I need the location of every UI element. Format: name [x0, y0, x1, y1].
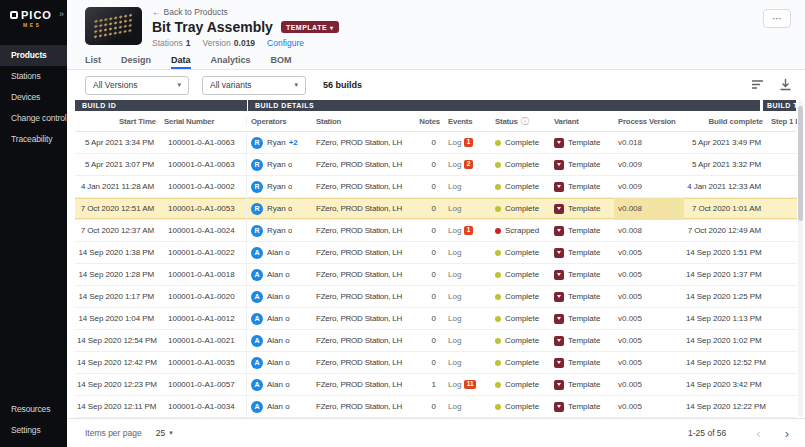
log-link[interactable]: Log [448, 264, 461, 286]
log-link[interactable]: Log [448, 286, 461, 308]
table-row[interactable]: 14 Sep 2020 12:11 PM 100001-0-A1-0034 A … [75, 396, 797, 418]
col-header-start-time[interactable]: Start Time [75, 117, 160, 126]
table-row[interactable]: 14 Sep 2020 1:28 PM 100001-0-A1-0018 A A… [75, 264, 797, 286]
tab-analytics[interactable]: Analytics [211, 52, 251, 69]
configure-link[interactable]: Configure [267, 38, 304, 48]
more-options-button[interactable]: ⋯ [763, 9, 791, 28]
station-cell: FZero, PROD Station, LH [312, 308, 412, 330]
col-header-events[interactable]: Events [444, 117, 491, 126]
log-link[interactable]: Log [448, 308, 461, 330]
col-header-station[interactable]: Station [312, 117, 412, 126]
step1-duration-cell [767, 154, 797, 176]
status-dot [495, 184, 501, 190]
col-header-variant[interactable]: Variant [550, 117, 614, 126]
table-row[interactable]: 7 Oct 2020 12:37 AM 100001-0-A1-0024 R R… [75, 220, 797, 242]
table-section-band: BUILD ID BUILD DETAILS BUILD TIME [75, 100, 797, 111]
items-per-page-select[interactable]: 25 ▾ [156, 428, 173, 438]
process-version-cell: v0.009 [614, 176, 684, 198]
template-badge[interactable]: TEMPLATE ▾ [281, 21, 339, 33]
col-header-status[interactable]: Status ⓘ [491, 116, 550, 127]
operator-extra-count[interactable]: +2 [289, 132, 298, 154]
table-row[interactable]: 5 Apr 2021 3:34 PM 100001-0-A1-0063 R Ry… [75, 132, 797, 154]
status-label: Complete [505, 352, 539, 374]
sidebar-item-settings[interactable]: Settings [0, 420, 67, 441]
build-complete-cell: 14 Sep 2020 12:52 PM [684, 352, 767, 374]
sidebar-item-products[interactable]: Products [0, 45, 67, 66]
log-link[interactable]: Log [448, 220, 461, 242]
step1-duration-cell [767, 242, 797, 264]
operator-avatar: R [251, 137, 263, 149]
serial-number-cell: 100001-0-A1-0053 [160, 198, 247, 220]
log-link[interactable]: Log [448, 396, 461, 418]
table-row[interactable]: 14 Sep 2020 12:23 PM 100001-0-A1-0057 A … [75, 374, 797, 396]
log-link[interactable]: Log [448, 374, 461, 396]
logo: PICO MES » [0, 0, 67, 42]
events-cell: Log 1 [444, 132, 491, 154]
col-header-step1-duration[interactable]: Step 1 Du [767, 117, 797, 126]
previous-page-button[interactable]: ‹ [756, 427, 760, 440]
status-dot [495, 162, 501, 168]
sidebar-item-devices[interactable]: Devices [0, 87, 67, 108]
operators-cell: R Ryan o [247, 220, 312, 242]
col-header-operators[interactable]: Operators [247, 117, 312, 126]
variants-dropdown[interactable]: All variants ▾ [202, 76, 306, 95]
versions-dropdown[interactable]: All Versions ▾ [85, 76, 189, 95]
col-header-process-version[interactable]: Process Version [614, 117, 684, 126]
sidebar-expand-icon[interactable]: » [59, 9, 64, 19]
operator-avatar: R [251, 181, 263, 193]
tab-bom[interactable]: BOM [271, 52, 292, 69]
operator-avatar: A [251, 357, 263, 369]
caret-down-icon: ▾ [177, 81, 181, 89]
status-cell: Complete [491, 154, 550, 176]
scrollbar-thumb[interactable] [798, 106, 803, 221]
col-header-notes[interactable]: Notes [412, 117, 444, 126]
col-header-serial-number[interactable]: Serial Number [160, 117, 247, 126]
tab-data[interactable]: Data [171, 52, 191, 69]
table-row[interactable]: 7 Oct 2020 12:51 AM 100001-0-A1-0053 R R… [75, 198, 797, 220]
back-arrow-icon: ← [152, 7, 161, 17]
table-row[interactable]: 14 Sep 2020 12:54 PM 100001-0-A1-0021 A … [75, 330, 797, 352]
table-row[interactable]: 14 Sep 2020 1:04 PM 100001-0-A1-0012 A A… [75, 308, 797, 330]
log-link[interactable]: Log [448, 330, 461, 352]
back-link[interactable]: ←Back to Products [152, 7, 339, 17]
serial-number-cell: 100001-0-A1-0024 [160, 220, 247, 242]
sidebar-item-change-control[interactable]: Change control [0, 108, 67, 129]
sidebar-item-stations[interactable]: Stations [0, 66, 67, 87]
station-cell: FZero, PROD Station, LH [312, 264, 412, 286]
next-page-button[interactable]: › [785, 427, 789, 440]
table-row[interactable]: 14 Sep 2020 1:38 PM 100001-0-A1-0022 A A… [75, 242, 797, 264]
log-link[interactable]: Log [448, 352, 461, 374]
section-build-details: BUILD DETAILS [248, 100, 760, 111]
tab-design[interactable]: Design [121, 52, 151, 69]
events-cell: Log [444, 198, 491, 220]
sidebar-item-traceability[interactable]: Traceability [0, 129, 67, 150]
vertical-scrollbar[interactable] [798, 100, 803, 417]
column-settings-icon[interactable] [751, 78, 764, 91]
status-cell: Complete [491, 242, 550, 264]
download-icon[interactable] [779, 78, 792, 91]
log-link[interactable]: Log [448, 198, 461, 220]
start-time-cell: 14 Sep 2020 1:04 PM [75, 308, 160, 330]
variant-cell: Template [550, 308, 614, 330]
sidebar-item-resources[interactable]: Resources [0, 399, 67, 420]
col-header-build-complete[interactable]: Build complete [684, 117, 767, 126]
log-link[interactable]: Log [448, 132, 461, 154]
step1-duration-cell [767, 286, 797, 308]
log-link[interactable]: Log [448, 176, 461, 198]
table-row[interactable]: 14 Sep 2020 12:42 PM 100001-0-A1-0035 A … [75, 352, 797, 374]
log-link[interactable]: Log [448, 154, 461, 176]
caret-down-icon: ▾ [330, 24, 334, 31]
table-row[interactable]: 4 Jan 2021 11:28 AM 100001-0-A1-0002 R R… [75, 176, 797, 198]
variant-label: Template [568, 132, 600, 154]
event-count-badge: 11 [464, 380, 476, 390]
status-cell: Complete [491, 198, 550, 220]
operator-name: Alan o [267, 330, 290, 352]
table-row[interactable]: 5 Apr 2021 3:07 PM 100001-0-A1-0063 R Ry… [75, 154, 797, 176]
variant-label: Template [568, 352, 600, 374]
log-link[interactable]: Log [448, 242, 461, 264]
build-complete-cell: 14 Sep 2020 1:51 PM [684, 242, 767, 264]
variant-cell: Template [550, 374, 614, 396]
table-row[interactable]: 14 Sep 2020 1:17 PM 100001-0-A1-0020 A A… [75, 286, 797, 308]
tab-list[interactable]: List [85, 52, 101, 69]
variant-icon [554, 182, 564, 192]
